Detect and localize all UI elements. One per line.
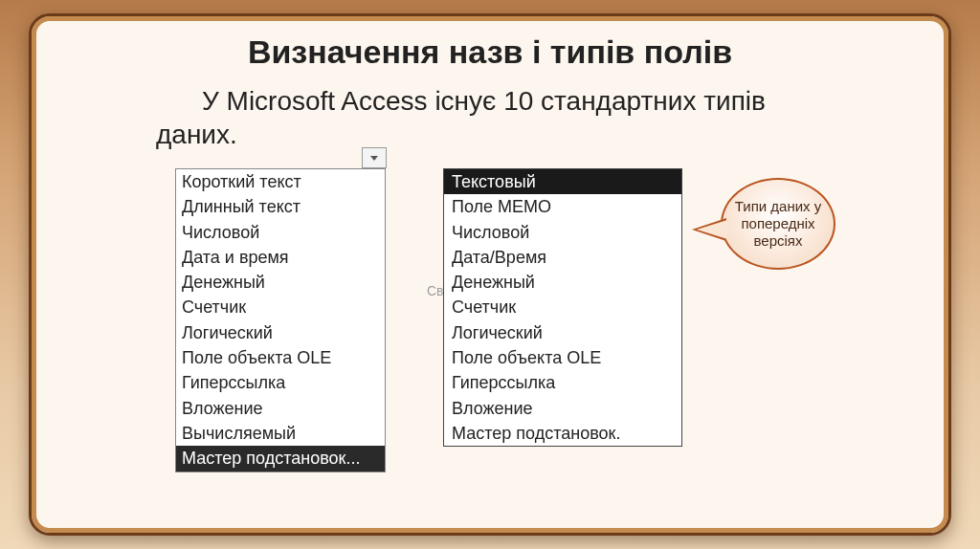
- list-item[interactable]: Поле объекта OLE: [444, 345, 681, 370]
- list-item[interactable]: Вложение: [444, 396, 681, 421]
- list-item[interactable]: Счетчик: [176, 295, 385, 319]
- list-item[interactable]: Поле объекта OLE: [176, 345, 385, 370]
- background-hint: Св: [427, 283, 444, 298]
- list-item[interactable]: Дата/Время: [444, 245, 681, 270]
- list-item[interactable]: Счетчик: [444, 295, 681, 319]
- list-item[interactable]: Длинный текст: [176, 194, 385, 219]
- intro-text: У Microsoft Access існує 10 стандартних …: [156, 84, 853, 151]
- dropdown-list-legacy[interactable]: Текстовый Поле МЕМОЧисловойДата/ВремяДен…: [443, 168, 682, 447]
- callout-text: Типи даних у попередніх версіях: [728, 198, 828, 250]
- list-item[interactable]: Мастер подстановок.: [444, 421, 681, 446]
- list-item[interactable]: Денежный: [176, 270, 385, 295]
- list-item[interactable]: Мастер подстановок...: [176, 446, 385, 471]
- list-item[interactable]: Гиперссылка: [176, 370, 385, 395]
- list-item[interactable]: Логический: [176, 320, 385, 345]
- list-item[interactable]: Дата и время: [176, 245, 385, 270]
- list-item[interactable]: Поле МЕМО: [444, 194, 681, 219]
- dropdown-legacy-header[interactable]: Текстовый: [444, 169, 681, 194]
- list-item[interactable]: Вложение: [176, 396, 385, 421]
- list-item[interactable]: Короткий текст: [176, 169, 385, 194]
- list-item[interactable]: Гиперссылка: [444, 370, 681, 395]
- lists-row: Короткий текстДлинный текстЧисловойДата …: [70, 168, 910, 472]
- slide-title: Визначення назв і типів полів: [70, 33, 910, 71]
- slide-frame: Визначення назв і типів полів У Microsof…: [29, 13, 951, 536]
- list-item[interactable]: Логический: [444, 320, 681, 345]
- list-item[interactable]: Числовой: [444, 220, 681, 245]
- datatype-dropdown-current: Короткий текстДлинный текстЧисловойДата …: [175, 168, 386, 472]
- list-item[interactable]: Числовой: [176, 220, 385, 245]
- datatype-dropdown-legacy: Текстовый Поле МЕМОЧисловойДата/ВремяДен…: [443, 168, 682, 447]
- list-item[interactable]: Денежный: [444, 270, 681, 295]
- dropdown-toggle[interactable]: [362, 147, 387, 168]
- dropdown-list-current[interactable]: Короткий текстДлинный текстЧисловойДата …: [175, 168, 386, 472]
- list-item[interactable]: Вычисляемый: [176, 421, 385, 446]
- callout-bubble: Типи даних у попередніх версіях: [721, 178, 835, 270]
